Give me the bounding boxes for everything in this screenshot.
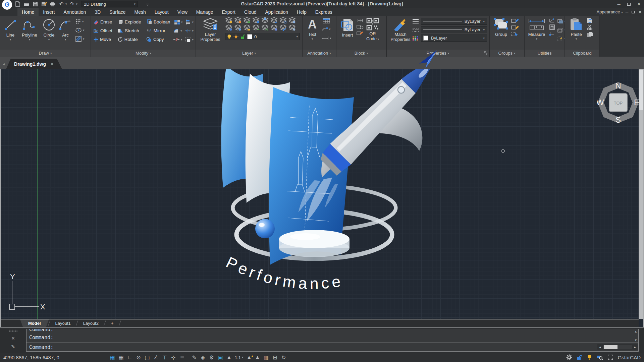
- panel-label-utilities[interactable]: Utilities: [525, 50, 565, 57]
- layer-states-icon[interactable]: [288, 24, 296, 31]
- panel-label-annotation[interactable]: Annotation▾: [303, 50, 336, 57]
- layer-match-icon[interactable]: [261, 17, 269, 24]
- tab-manage[interactable]: Manage: [192, 8, 218, 16]
- layer-merge-icon[interactable]: [252, 24, 260, 31]
- plot-icon[interactable]: [49, 1, 56, 7]
- fullscreen-icon[interactable]: [608, 355, 613, 360]
- tab-model[interactable]: Model: [20, 319, 49, 327]
- command-close-icon[interactable]: ×: [11, 335, 15, 343]
- undo-dropdown-icon[interactable]: ▾: [65, 2, 67, 6]
- command-dock-grip[interactable]: [9, 329, 17, 332]
- layer-unlock-icon[interactable]: [243, 17, 251, 24]
- lineweight-select[interactable]: ByLayer ▾: [421, 18, 487, 25]
- object-snap-toggle[interactable]: ▢: [143, 353, 152, 361]
- divide-icon[interactable]: [185, 28, 191, 33]
- qr-dropdown-icon[interactable]: ▾: [377, 38, 379, 41]
- leader-dropdown-icon[interactable]: ▾: [329, 27, 331, 31]
- panel-label-modify[interactable]: Modify▾: [91, 50, 196, 57]
- layer-color-swatch[interactable]: [247, 34, 252, 39]
- layer-change-icon[interactable]: [279, 24, 287, 31]
- command-input[interactable]: Command: ◂ ▸: [26, 343, 639, 352]
- scale-icon[interactable]: [185, 37, 191, 42]
- layer-bulb-icon[interactable]: [227, 34, 231, 39]
- quick-calc-icon[interactable]: [557, 37, 564, 41]
- measure-button[interactable]: Measure ▾: [527, 17, 547, 50]
- paste-button[interactable]: Paste ▾: [567, 17, 585, 50]
- close-button[interactable]: ×: [634, 0, 644, 8]
- make-block-icon[interactable]: [357, 24, 364, 29]
- tab-cloud[interactable]: Cloud: [240, 8, 261, 16]
- line-dropdown-icon[interactable]: ▾: [10, 38, 11, 41]
- calculator-icon[interactable]: [549, 24, 555, 30]
- quick-select-icon[interactable]: [557, 19, 564, 24]
- paste-special-icon[interactable]: [587, 18, 593, 23]
- snap-tracking-toggle[interactable]: ⊤: [160, 353, 169, 361]
- open-file-icon[interactable]: [23, 1, 30, 7]
- move-button[interactable]: Move: [93, 37, 117, 42]
- layer-lock-open-icon[interactable]: [240, 34, 245, 39]
- coordinates-readout[interactable]: 4290.8867, 1585.6437, 0: [0, 355, 108, 360]
- explode-button[interactable]: Explode: [118, 19, 146, 24]
- qr-code-button[interactable]: QRCode ▾: [365, 17, 381, 50]
- arc-button[interactable]: Arc ▾: [58, 17, 73, 50]
- tab-3d[interactable]: 3D: [90, 8, 105, 16]
- assistant-search-icon[interactable]: [596, 355, 603, 360]
- dimension-dropdown-icon[interactable]: ▾: [330, 37, 331, 40]
- id-point-icon[interactable]: [549, 32, 555, 37]
- settings-search-toggle[interactable]: ⚙: [207, 353, 216, 361]
- hatch-dropdown-icon[interactable]: ▾: [83, 37, 85, 41]
- angle-snap-toggle[interactable]: ∠: [152, 353, 160, 361]
- group-select-icon[interactable]: [511, 32, 519, 37]
- layer-off-icon[interactable]: [225, 24, 232, 31]
- doc-close-button[interactable]: ✕: [638, 9, 642, 15]
- copy-clip-icon[interactable]: [587, 32, 593, 37]
- appearance-menu[interactable]: Appearance ▾: [596, 9, 623, 14]
- annotation-scale-select[interactable]: 1:1 ▾: [233, 355, 245, 360]
- measure-dropdown-icon[interactable]: ▾: [536, 37, 538, 41]
- properties-dialog-launcher-icon[interactable]: [484, 51, 488, 55]
- point-style-icon[interactable]: [75, 18, 81, 24]
- bulb-icon[interactable]: [587, 355, 592, 360]
- tab-help[interactable]: Help: [292, 8, 311, 16]
- tab-mesh[interactable]: Mesh: [130, 8, 150, 16]
- restore-button[interactable]: [624, 0, 634, 8]
- panel-label-layer[interactable]: Layer▾: [196, 50, 302, 57]
- document-tab-drawing1[interactable]: Drawing1.dwg ×: [6, 59, 62, 69]
- break-dropdown-icon[interactable]: ▾: [181, 38, 182, 41]
- array-dropdown-icon[interactable]: ▾: [181, 20, 183, 24]
- redo-dropdown-icon[interactable]: ▾: [76, 2, 78, 6]
- drawing-canvas[interactable]: Performance Y X TOP N E: [1, 69, 639, 319]
- ellipse-dropdown-icon[interactable]: ▾: [83, 28, 85, 32]
- table-icon[interactable]: [321, 18, 331, 23]
- viewcube-north[interactable]: N: [615, 82, 621, 90]
- save-icon[interactable]: [32, 1, 39, 7]
- circle-button[interactable]: Circle ▾: [40, 17, 58, 50]
- panel-label-block[interactable]: Block▾: [336, 50, 386, 57]
- document-tab-close-icon[interactable]: ×: [51, 61, 53, 67]
- tab-express[interactable]: Express: [311, 8, 337, 16]
- divide-dropdown-icon[interactable]: ▾: [192, 29, 194, 33]
- boolean-button[interactable]: Boolean: [147, 19, 173, 24]
- mirror-button[interactable]: Mirror: [147, 28, 172, 33]
- redo-icon[interactable]: ↷: [68, 1, 76, 7]
- layer-select[interactable]: 0 ▾: [225, 33, 300, 40]
- snap-mode-toggle[interactable]: ▦: [108, 353, 117, 361]
- viewcube-west[interactable]: W: [597, 98, 604, 107]
- settings-gear-icon[interactable]: [566, 354, 572, 360]
- leader-icon[interactable]: [321, 27, 328, 31]
- ellipse-icon[interactable]: [75, 27, 82, 33]
- new-file-icon[interactable]: [14, 1, 21, 7]
- tab-view[interactable]: View: [173, 8, 192, 16]
- break-icon[interactable]: [173, 38, 180, 42]
- tab-surface[interactable]: Surface: [105, 8, 130, 16]
- layer-walk-icon[interactable]: [279, 17, 287, 24]
- stretch-button[interactable]: Stretch: [118, 28, 146, 33]
- customize-qat-icon[interactable]: [144, 1, 151, 7]
- doc-minimize-button[interactable]: ─: [626, 10, 629, 14]
- tab-annotation[interactable]: Annotation: [59, 8, 90, 16]
- layer-prev-icon[interactable]: [270, 17, 278, 24]
- linetype-select[interactable]: ByLayer ▾: [421, 26, 487, 33]
- insert-button[interactable]: Insert: [338, 17, 357, 50]
- layer-sun-icon[interactable]: [233, 34, 238, 39]
- array-icon[interactable]: [174, 19, 180, 25]
